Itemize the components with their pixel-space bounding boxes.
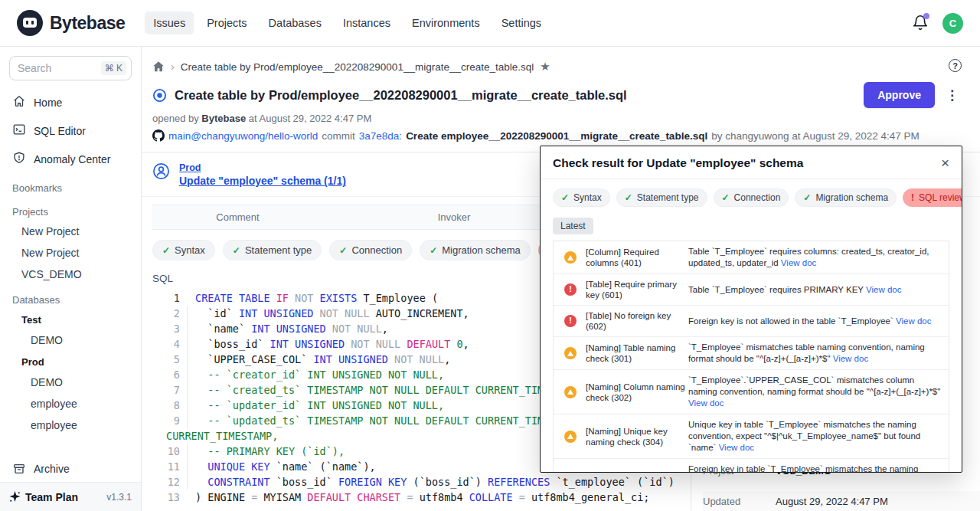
sidebar-project-item[interactable]: New Project [0, 242, 141, 264]
check-result-modal: Check result for Update "employee" schem… [540, 146, 962, 473]
check-pill-connection[interactable]: ✓Connection [329, 240, 412, 260]
databases-section-title: Databases [0, 285, 141, 309]
sql-token: UNIQUE KEY [195, 459, 276, 474]
check-pill-sql-review[interactable]: !SQL review [903, 188, 962, 207]
error-icon [564, 315, 577, 327]
check-result-row: [Naming] Foreign key naming check (305)F… [554, 458, 949, 473]
check-pill-statement-type[interactable]: ✓Statement type [223, 240, 322, 260]
issue-title: Create table by Prod/employee__202208290… [175, 88, 856, 103]
app-version: v1.3.1 [106, 492, 132, 503]
line-number: 9 [152, 413, 188, 428]
rule-name: [Naming] Table naming check (301) [586, 342, 685, 364]
sql-token: IF [276, 290, 295, 306]
sidebar-database-item[interactable]: employee [0, 414, 141, 436]
rule-description: Unique key in table `T_Employee` mismatc… [688, 419, 942, 454]
sql-token: T_Employee ( [363, 290, 438, 306]
line-number: 4 [152, 336, 188, 352]
vcs-commit-hash-link[interactable]: 3a7e8da: [359, 130, 402, 142]
sidebar-database-item[interactable]: DEMO [0, 372, 141, 393]
check-pill-label: Statement type [245, 244, 312, 256]
line-number: 8 [152, 398, 188, 413]
vcs-commit-message: Create employee__202208290001__migrate__… [406, 130, 707, 142]
check-result-row: [Table] Require primary key (601)Table `… [554, 274, 949, 305]
breadcrumb: › Create table by Prod/employee__2022082… [142, 47, 980, 80]
sql-token: INT UNSIGNED [251, 321, 332, 336]
sql-token: -- `updater_id` INT UNSIGNED NOT NULL, [195, 398, 444, 413]
line-number: 1 [152, 290, 188, 306]
breadcrumb-path[interactable]: Create table by Prod/employee__202208290… [181, 61, 534, 73]
approve-button[interactable]: Approve [864, 82, 935, 108]
check-pill-connection[interactable]: ✓Connection [714, 188, 789, 207]
sidebar-environment-label: Prod [0, 351, 141, 372]
sql-token: `name` (`name`), [276, 459, 376, 474]
line-number: 13 [152, 490, 188, 505]
rule-description: Table `T_Employee` requires columns: cre… [688, 246, 942, 269]
check-icon: ✓ [430, 245, 437, 256]
check-pill-migration-schema[interactable]: ✓Migration schema [420, 240, 531, 260]
help-icon[interactable]: ? [949, 59, 962, 72]
rule-name: [Table] No foreign key (602) [586, 310, 685, 332]
view-doc-link[interactable]: View doc [781, 258, 816, 267]
sidebar-database-item[interactable]: employee [0, 393, 141, 414]
stage-environment-link[interactable]: Prod [179, 162, 346, 173]
bookmarks-section-title: Bookmarks [0, 173, 141, 197]
sidebar-project-item[interactable]: VCS_DEMO [0, 264, 141, 285]
sql-token: -- PRIMARY KEY (`id`), [195, 444, 345, 459]
modal-title: Check result for Update "employee" schem… [553, 156, 803, 170]
sql-token: CONSTRAINT [195, 474, 276, 490]
stage-task-link[interactable]: Update "employee" schema (1/1) [179, 175, 346, 187]
error-icon: ! [911, 192, 914, 203]
check-pill-syntax[interactable]: ✓Syntax [553, 188, 610, 207]
bookmark-star-icon[interactable]: ★ [540, 60, 550, 74]
nav-tab-issues[interactable]: Issues [145, 11, 194, 34]
sidebar-project-item[interactable]: New Project [0, 221, 141, 242]
nav-tab-environments[interactable]: Environments [403, 11, 488, 34]
vcs-branch-link[interactable]: main@changyuwong/hello-world [168, 130, 318, 142]
sidebar-item-home[interactable]: Home [0, 88, 141, 116]
check-pill-statement-type[interactable]: ✓Statement type [616, 188, 707, 207]
view-doc-link[interactable]: View doc [688, 398, 724, 408]
sql-token: AUTO_INCREMENT, [376, 306, 469, 321]
view-doc-link[interactable]: View doc [719, 443, 754, 452]
home-icon [12, 94, 26, 110]
sql-token: `UPPER_CASE_COL` [195, 352, 313, 367]
sql-token: -- `created_ts` TIMESTAMP NOT NULL DEFAU… [195, 382, 587, 398]
column-header-comment: Comment [152, 211, 324, 223]
plan-footer[interactable]: Team Plan v1.3.1 [0, 482, 141, 511]
close-icon[interactable]: × [941, 158, 949, 169]
view-doc-link[interactable]: View doc [866, 285, 901, 294]
sidebar-item-anomaly-center[interactable]: Anomaly Center [0, 145, 141, 173]
nav-tab-databases[interactable]: Databases [260, 11, 330, 34]
nav-tab-projects[interactable]: Projects [198, 11, 255, 34]
sql-editor-icon [12, 123, 26, 139]
search-input[interactable]: Search ⌘ K [9, 56, 132, 80]
rule-name: [Naming] Unique key naming check (304) [586, 426, 685, 447]
home-breadcrumb-icon[interactable] [152, 61, 165, 73]
latest-button[interactable]: Latest [553, 218, 593, 234]
sidebar-environment-label: Test [0, 309, 141, 329]
check-pill-label: Statement type [637, 192, 699, 203]
check-pill-syntax[interactable]: ✓Syntax [152, 240, 215, 260]
sql-token: MYISAM [263, 490, 307, 505]
sql-token: `boss_id` [195, 336, 270, 352]
view-doc-link[interactable]: View doc [896, 316, 931, 326]
line-number: 5 [152, 352, 188, 367]
check-pill-migration-schema[interactable]: ✓Migration schema [795, 188, 897, 207]
sql-token: NOT [295, 290, 320, 306]
sql-token: REFERENCES [488, 474, 556, 490]
projects-section-title: Projects [0, 197, 141, 221]
check-pill-label: SQL review [919, 192, 962, 203]
check-pill-label: Connection [351, 244, 402, 256]
nav-tab-instances[interactable]: Instances [335, 11, 399, 34]
more-actions-kebab-icon[interactable]: ⋮ [942, 87, 962, 103]
nav-tab-settings[interactable]: Settings [493, 11, 550, 34]
sidebar-item-archive[interactable]: Archive [0, 456, 141, 482]
sidebar-database-item[interactable]: DEMO [0, 329, 141, 351]
rule-description: Foreign key is not allowed in the table … [688, 316, 942, 327]
brand[interactable]: Bytebase [17, 10, 125, 36]
notifications-bell-icon[interactable] [912, 15, 929, 31]
sql-token: 0 [456, 336, 462, 352]
sidebar-item-sql-editor[interactable]: SQL Editor [0, 116, 141, 145]
view-doc-link[interactable]: View doc [833, 354, 868, 363]
user-avatar[interactable]: C [942, 13, 963, 34]
